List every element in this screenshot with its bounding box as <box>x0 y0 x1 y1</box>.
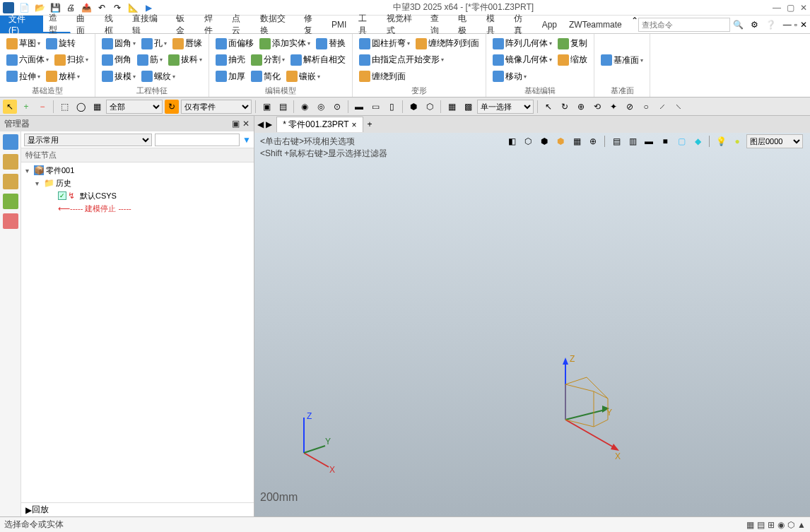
nav8-icon[interactable]: ⟋ <box>655 100 669 114</box>
vt12-icon[interactable]: ◆ <box>691 134 705 148</box>
add-icon[interactable]: + <box>19 100 33 114</box>
tab-app[interactable]: App <box>536 16 563 33</box>
split-button[interactable]: 分割▾ <box>249 53 287 66</box>
nav9-icon[interactable]: ⟍ <box>671 100 686 114</box>
tab-surface[interactable]: 曲面 <box>71 16 98 33</box>
restore-icon[interactable]: ▫ <box>794 20 797 30</box>
vt3-icon[interactable]: ⬢ <box>537 134 551 148</box>
remove-icon[interactable]: − <box>35 100 49 114</box>
nav1-icon[interactable]: ↖ <box>541 100 556 114</box>
t6-icon[interactable]: ▬ <box>352 100 366 114</box>
side-tab-1[interactable] <box>3 134 18 150</box>
vt4-icon[interactable]: ⬢ <box>553 134 568 148</box>
tab-pmi[interactable]: PMI <box>326 16 353 33</box>
tab-pointcloud[interactable]: 点云 <box>226 16 254 33</box>
sweep-button[interactable]: 扫掠▾ <box>52 53 90 66</box>
shell-button[interactable]: 抽壳 <box>213 53 247 66</box>
help-icon[interactable]: ❔ <box>765 20 776 30</box>
close-button[interactable]: ✕ <box>800 3 807 13</box>
side-tab-5[interactable] <box>3 213 18 229</box>
tree-csys[interactable]: ✓↯ 默认CSYS <box>21 189 254 202</box>
tab-tools[interactable]: 工具 <box>353 16 380 33</box>
sb6-icon[interactable]: ▲ <box>797 520 806 530</box>
simplify-button[interactable]: 简化 <box>249 70 283 83</box>
tree-root[interactable]: ▾📦 零件001 <box>21 164 254 177</box>
sb5-icon[interactable]: ⬡ <box>787 520 794 530</box>
vt11-icon[interactable]: ▢ <box>674 134 688 148</box>
filter-input[interactable] <box>155 134 240 146</box>
manager-footer[interactable]: ▶ 回放 <box>21 502 254 516</box>
t5-icon[interactable]: ⊙ <box>330 100 344 114</box>
tab-simulation[interactable]: 仿真 <box>508 16 536 33</box>
sb4-icon[interactable]: ◉ <box>777 520 785 530</box>
addbody-button[interactable]: 添加实体▾ <box>257 37 312 50</box>
faceoffset-button[interactable]: 面偏移 <box>213 37 256 50</box>
vt5-icon[interactable]: ▦ <box>570 134 584 148</box>
filter-select[interactable]: 全部 <box>106 100 163 114</box>
nav4-icon[interactable]: ⟲ <box>590 100 604 114</box>
nav6-icon[interactable]: ⊘ <box>623 100 637 114</box>
refresh-icon[interactable]: ↻ <box>165 100 179 114</box>
wraparray-button[interactable]: 缠绕阵列到面 <box>413 37 481 50</box>
filter-icon[interactable]: ▦ <box>90 100 104 114</box>
lip-button[interactable]: 唇缘 <box>170 37 204 50</box>
csys-gizmo[interactable]: Z X Y <box>523 349 622 476</box>
tab-weld[interactable]: 焊件 <box>199 16 226 33</box>
vt6-icon[interactable]: ⊕ <box>586 134 600 148</box>
t3-icon[interactable]: ◉ <box>298 100 312 114</box>
thread-button[interactable]: 螺纹▾ <box>139 70 177 83</box>
cylbend-button[interactable]: 圆柱折弯▾ <box>357 37 412 50</box>
export-icon[interactable]: 📤 <box>81 2 92 13</box>
tab-sheetmetal[interactable]: 钣金 <box>170 16 198 33</box>
search-input[interactable] <box>638 18 730 32</box>
vt1-icon[interactable]: ◧ <box>505 134 519 148</box>
open-icon[interactable]: 📂 <box>34 2 45 13</box>
nav3-icon[interactable]: ⊕ <box>574 100 588 114</box>
tab-electrode[interactable]: 电极 <box>452 16 480 33</box>
file-menu[interactable]: 文件(F) <box>0 16 43 33</box>
t2-icon[interactable]: ▤ <box>276 100 290 114</box>
sb3-icon[interactable]: ⊞ <box>768 520 775 530</box>
vt2-icon[interactable]: ⬡ <box>521 134 535 148</box>
minimize-button[interactable]: — <box>773 3 781 13</box>
rib-button[interactable]: 筋▾ <box>135 53 165 66</box>
side-tab-2[interactable] <box>3 154 18 170</box>
vt10-icon[interactable]: ■ <box>658 134 672 148</box>
tab-repair[interactable]: 修复 <box>298 16 326 33</box>
sb1-icon[interactable]: ▦ <box>746 520 754 530</box>
lasso-icon[interactable]: ◯ <box>74 100 88 114</box>
search-icon[interactable]: 🔍 <box>733 20 744 30</box>
filter-icon[interactable]: ▼ <box>242 135 251 145</box>
box-button[interactable]: 六面体▾ <box>4 53 51 66</box>
t4-icon[interactable]: ◎ <box>314 100 328 114</box>
layer-dot-icon[interactable]: ● <box>730 134 744 148</box>
copy-button[interactable]: 复制 <box>556 37 589 50</box>
t10-icon[interactable]: ⬡ <box>423 100 437 114</box>
tab-nav-icon[interactable]: ◀ ▶ <box>257 119 272 129</box>
t7-icon[interactable]: ▭ <box>368 100 382 114</box>
close-panel-icon[interactable]: ✕ <box>242 119 250 129</box>
layer-select[interactable]: 图层0000 <box>746 134 803 148</box>
box-select-icon[interactable]: ⬚ <box>57 100 71 114</box>
tab-mold[interactable]: 模具 <box>481 16 508 33</box>
tab-dataexchange[interactable]: 数据交换 <box>254 16 298 33</box>
cursor-icon[interactable]: ↖ <box>3 100 17 114</box>
gear-icon[interactable]: ⚙ <box>751 20 758 30</box>
t9-icon[interactable]: ⬢ <box>406 100 421 114</box>
close2-icon[interactable]: ✕ <box>800 20 807 30</box>
checkbox-icon[interactable]: ✓ <box>58 191 66 200</box>
fillet-button[interactable]: 圆角▾ <box>100 37 138 50</box>
document-tab[interactable]: * 零件001.Z3PRT× <box>276 117 363 132</box>
revolve-button[interactable]: 旋转 <box>44 37 78 50</box>
draft2-button[interactable]: 拔科▾ <box>166 53 204 66</box>
sketch-button[interactable]: 草图▾ <box>4 37 42 50</box>
side-tab-4[interactable] <box>3 194 18 209</box>
bulb-icon[interactable]: 💡 <box>714 134 728 148</box>
new-icon[interactable]: 📄 <box>18 2 30 13</box>
nav5-icon[interactable]: ✦ <box>606 100 621 114</box>
min2-icon[interactable]: — <box>783 20 792 30</box>
move-button[interactable]: 移动▾ <box>491 70 529 83</box>
t8-icon[interactable]: ▯ <box>385 100 399 114</box>
vt8-icon[interactable]: ▥ <box>626 134 640 148</box>
loft-button[interactable]: 放样▾ <box>44 70 82 83</box>
